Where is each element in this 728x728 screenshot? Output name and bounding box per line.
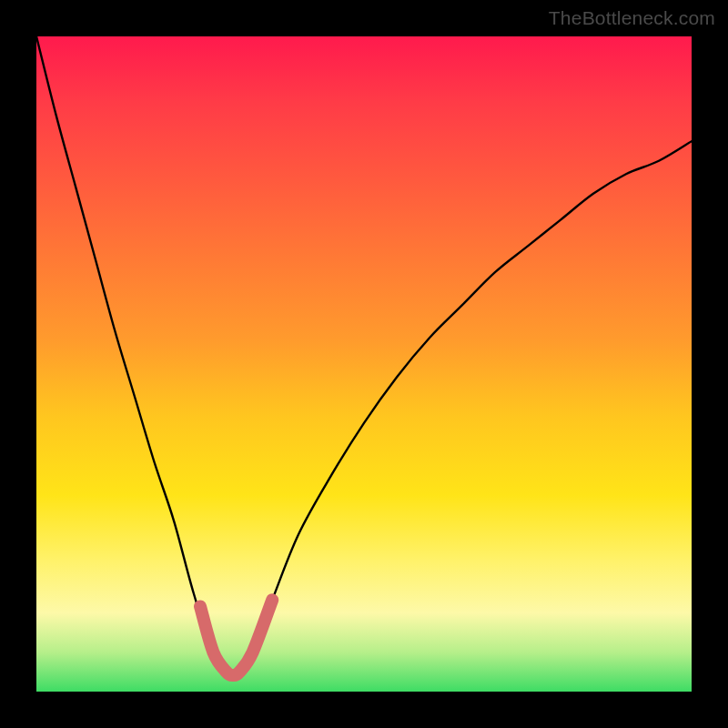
outer-frame: TheBottleneck.com: [0, 0, 728, 728]
watermark-text: TheBottleneck.com: [549, 7, 715, 29]
curve-layer: [36, 36, 692, 692]
black-curve: [36, 36, 692, 672]
plot-area: [36, 36, 692, 692]
pink-highlight: [200, 600, 272, 675]
